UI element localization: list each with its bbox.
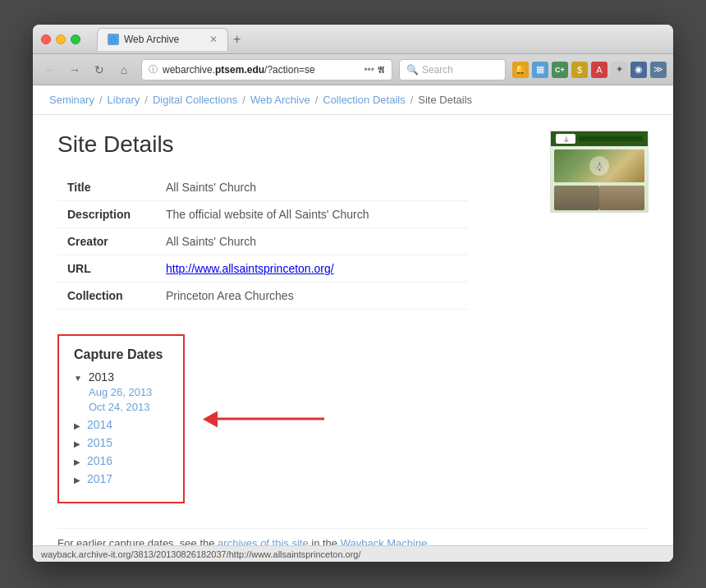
year-item-2015: ▶ 2015 — [74, 436, 168, 449]
breadcrumb-library[interactable]: Library — [108, 94, 140, 106]
address-actions: ••• 𝕬 — [364, 64, 385, 76]
year-2015-link[interactable]: 2015 — [87, 436, 112, 449]
triangle-right-icon-2016[interactable]: ▶ — [74, 457, 80, 466]
ext-menu-icon[interactable]: ≫ — [650, 62, 667, 78]
tab-close-icon[interactable]: ✕ — [209, 34, 218, 45]
ext-grid-icon[interactable]: ▦ — [532, 62, 548, 78]
new-tab-button[interactable]: + — [228, 32, 245, 47]
value-description: The official website of All Saints' Chur… — [156, 201, 468, 228]
tab-favicon-icon: 🌐 — [108, 34, 119, 45]
wayback-link[interactable]: Wayback Machine — [341, 537, 428, 545]
year-2013-label[interactable]: 2013 — [89, 370, 114, 384]
label-title: Title — [57, 174, 156, 201]
url-link[interactable]: http://www.allsaintsprinceton.org/ — [166, 262, 334, 275]
value-collection: Princeton Area Churches — [156, 283, 468, 310]
archives-link[interactable]: archives of this site — [218, 537, 309, 545]
search-icon: 🔍 — [406, 64, 419, 76]
year-item-2016: ▶ 2016 — [74, 454, 168, 467]
arrow-annotation — [218, 418, 324, 420]
triangle-right-icon-2017[interactable]: ▶ — [74, 475, 80, 485]
breadcrumb-sep-2: / — [144, 94, 148, 106]
breadcrumb-digital-collections[interactable]: Digital Collections — [153, 94, 237, 106]
table-row: Collection Princeton Area Churches — [57, 283, 468, 310]
address-prefix: webarchive. — [163, 64, 215, 76]
table-row: Creator All Saints' Church — [57, 228, 468, 255]
arrow-line — [218, 418, 324, 420]
label-description: Description — [57, 201, 156, 228]
back-button[interactable]: ← — [39, 59, 61, 80]
triangle-down-icon[interactable]: ▼ — [74, 374, 82, 383]
page-wrapper: Seminary / Library / Digital Collections… — [33, 85, 673, 545]
year-item-2014: ▶ 2014 — [74, 418, 168, 431]
footer-note: For earlier capture dates, see the archi… — [57, 528, 649, 545]
label-collection: Collection — [57, 283, 156, 310]
year-2017-link[interactable]: 2017 — [87, 472, 112, 485]
capture-dates-box: Capture Dates ▼ 2013 Aug 26, 2013 Oct 24… — [57, 334, 185, 503]
breadcrumb-collection-details[interactable]: Collection Details — [323, 94, 405, 106]
address-bar[interactable]: ⓘ webarchive.ptsem.edu/?action=se ••• 𝕬 — [141, 59, 392, 80]
left-content: Title All Saints' Church Description The… — [57, 174, 649, 545]
footer-suffix: . — [427, 537, 430, 545]
forward-button[interactable]: → — [64, 59, 85, 80]
minimize-button[interactable] — [56, 34, 66, 44]
value-url: http://www.allsaintsprinceton.org/ — [156, 255, 468, 283]
ext-c-icon[interactable]: C+ — [552, 62, 568, 78]
maximize-button[interactable] — [71, 34, 80, 44]
ext-dollar-icon[interactable]: $ — [571, 62, 588, 78]
security-icon: ⓘ — [149, 63, 158, 76]
label-url: URL — [57, 255, 156, 283]
footer-prefix: For earlier capture dates, see the — [57, 537, 218, 545]
triangle-right-icon-2015[interactable]: ▶ — [74, 439, 80, 448]
traffic-lights — [41, 34, 80, 44]
year-2016-link[interactable]: 2016 — [87, 454, 112, 467]
active-tab[interactable]: 🌐 Web Archive ✕ — [97, 28, 228, 51]
thumbnail-area: ⛪ ⛪ — [550, 131, 649, 213]
search-placeholder: Search — [422, 64, 453, 76]
address-domain: ptsem.edu — [215, 64, 264, 76]
browser-content: Seminary / Library / Digital Collections… — [33, 85, 673, 562]
tab-title: Web Archive — [124, 34, 179, 45]
arrow-head — [203, 411, 218, 427]
details-table: Title All Saints' Church Description The… — [57, 174, 468, 310]
extensions-area: 🔔 ▦ C+ $ A ✦ ◉ ≫ — [512, 62, 667, 78]
label-creator: Creator — [57, 228, 156, 255]
titlebar: 🌐 Web Archive ✕ + — [33, 25, 673, 54]
toolbar: ← → ↻ ⌂ ⓘ webarchive.ptsem.edu/?action=s… — [33, 54, 673, 85]
address-text: webarchive.ptsem.edu/?action=se — [163, 64, 359, 76]
search-bar[interactable]: 🔍 Search — [399, 59, 506, 80]
footer-middle: in the — [309, 537, 341, 545]
breadcrumb-sep-3: / — [242, 94, 245, 106]
capture-dates-title: Capture Dates — [74, 347, 168, 362]
address-more-button[interactable]: ••• — [364, 64, 374, 76]
year-2014-link[interactable]: 2014 — [87, 418, 112, 431]
breadcrumb-seminary[interactable]: Seminary — [49, 94, 94, 106]
ext-circle-icon[interactable]: ◉ — [630, 62, 647, 78]
breadcrumb-sep-5: / — [410, 94, 414, 106]
tab-bar: 🌐 Web Archive ✕ + — [97, 28, 658, 51]
year-item-2017: ▶ 2017 — [74, 472, 168, 485]
status-bar: wayback.archive-it.org/3813/201308261820… — [33, 545, 673, 562]
value-creator: All Saints' Church — [156, 228, 468, 255]
date-link-aug2013[interactable]: Aug 26, 2013 — [89, 386, 168, 398]
triangle-right-icon-2014[interactable]: ▶ — [74, 421, 80, 430]
table-row: Title All Saints' Church — [57, 174, 468, 201]
reload-button[interactable]: ↻ — [89, 59, 110, 80]
content-area: Title All Saints' Church Description The… — [57, 174, 649, 545]
ext-a-icon[interactable]: A — [591, 62, 607, 78]
thumbnail-image: ⛪ ⛪ — [551, 131, 648, 212]
reader-icon[interactable]: 𝕬 — [378, 64, 385, 76]
breadcrumb-web-archive[interactable]: Web Archive — [250, 94, 310, 106]
close-button[interactable] — [41, 34, 51, 44]
address-suffix: /?action=se — [264, 64, 315, 76]
status-url: wayback.archive-it.org/3813/201308261820… — [41, 549, 361, 559]
year-item-2013: ▼ 2013 Aug 26, 2013 Oct 24, 2013 — [74, 370, 168, 413]
arrow-container — [218, 418, 324, 420]
home-button[interactable]: ⌂ — [113, 59, 135, 80]
browser-window: 🌐 Web Archive ✕ + ← → ↻ ⌂ ⓘ webarchive.p… — [33, 25, 673, 562]
ext-bell-icon[interactable]: 🔔 — [512, 62, 529, 78]
breadcrumb-sep-1: / — [99, 94, 103, 106]
date-link-oct2013[interactable]: Oct 24, 2013 — [89, 401, 168, 413]
table-row: Description The official website of All … — [57, 201, 468, 228]
ext-puzzle-icon[interactable]: ✦ — [611, 62, 627, 78]
table-row: URL http://www.allsaintsprinceton.org/ — [57, 255, 468, 283]
